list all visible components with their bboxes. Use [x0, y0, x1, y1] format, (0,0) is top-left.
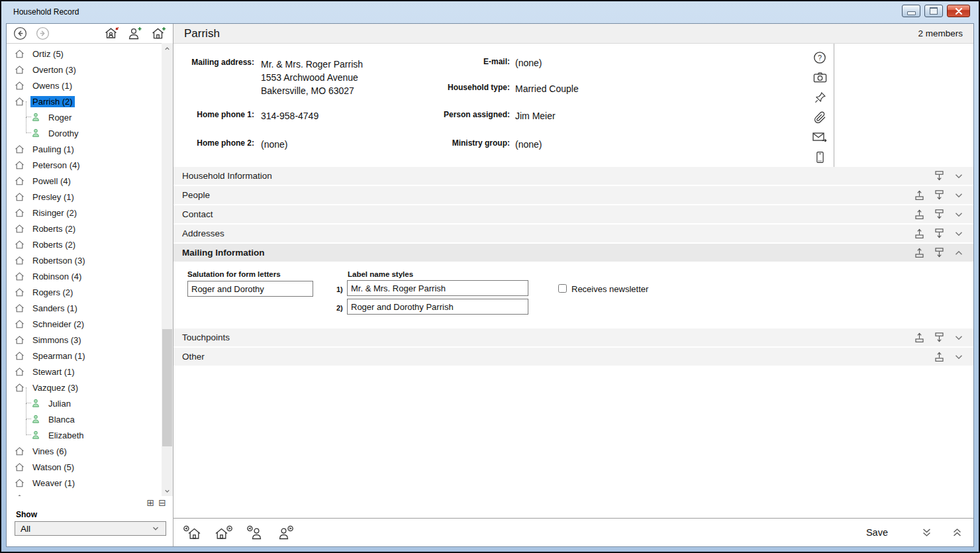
add-member-icon[interactable]	[103, 26, 119, 40]
house-icon	[14, 366, 25, 377]
section-other[interactable]: Other	[173, 348, 973, 366]
chevron-down-icon[interactable]	[953, 189, 965, 201]
move-down-icon[interactable]	[933, 189, 946, 201]
tree-item-household[interactable]: Parrish (2)	[7, 93, 173, 109]
sidebar-scrollbar[interactable]	[162, 43, 173, 496]
pushpin-icon[interactable]	[814, 87, 826, 107]
maximize-button[interactable]	[924, 5, 943, 17]
move-up-icon[interactable]	[913, 331, 926, 344]
label-style-1-input[interactable]	[347, 280, 528, 296]
expand-all-icon[interactable]: ⊞	[147, 497, 155, 509]
save-button[interactable]: Save	[866, 527, 888, 538]
section-people[interactable]: People	[173, 186, 973, 204]
send-email-icon[interactable]	[812, 127, 827, 147]
chevron-down-icon[interactable]	[953, 170, 965, 182]
tree-item-household[interactable]: Robertson (3)	[7, 252, 173, 268]
tree-item-household[interactable]: Sanders (1)	[7, 300, 173, 316]
tree-item-household[interactable]: Overton (3)	[7, 62, 173, 77]
tree-item-household[interactable]: Schneider (2)	[7, 316, 173, 332]
tree-item-household[interactable]: Vines (6)	[7, 443, 173, 459]
section-contact[interactable]: Contact	[173, 205, 973, 223]
house-icon	[14, 48, 25, 60]
tree-item-household[interactable]: Simmons (3)	[7, 332, 173, 348]
scrollbar-thumb[interactable]	[162, 329, 172, 446]
move-up-icon[interactable]	[913, 189, 926, 201]
tree-item-household[interactable]: Williams (3)	[7, 491, 173, 496]
tree-item-label: Roberts (2)	[30, 239, 77, 250]
camera-icon[interactable]	[813, 68, 827, 87]
section-mailing-information[interactable]: Mailing Information	[173, 244, 973, 262]
chevron-down-icon[interactable]	[953, 228, 965, 240]
tree-item-person[interactable]: Julian	[7, 395, 173, 411]
previous-person-icon[interactable]	[247, 525, 263, 540]
section-touchpoints[interactable]: Touchpoints	[173, 328, 973, 346]
scroll-up-icon[interactable]	[162, 43, 173, 54]
chevron-down-icon[interactable]	[953, 332, 965, 344]
move-up-icon[interactable]	[933, 350, 946, 363]
tree-item-label: Roger	[46, 112, 74, 123]
salutation-input[interactable]	[187, 281, 313, 297]
section-addresses[interactable]: Addresses	[173, 225, 973, 242]
tree-item-person[interactable]: Roger	[7, 109, 173, 125]
tree-item-label: Parrish (2)	[30, 96, 75, 107]
tree-item-person[interactable]: Blanca	[7, 411, 173, 427]
tree-item-household[interactable]: Spearman (1)	[7, 348, 173, 364]
tree-item-household[interactable]: Powell (4)	[7, 173, 173, 189]
chevron-down-icon[interactable]	[953, 209, 965, 221]
tree-item-household[interactable]: Weaver (1)	[7, 475, 173, 491]
move-down-icon[interactable]	[933, 246, 946, 259]
collapse-all-icon[interactable]: ⊟	[158, 497, 166, 509]
tree-item-household[interactable]: Ortiz (5)	[7, 46, 173, 62]
move-down-icon[interactable]	[933, 208, 946, 221]
sidebar: Ortiz (5)Overton (3)Owens (1)Parrish (2)…	[7, 24, 173, 546]
move-up-icon[interactable]	[913, 208, 926, 221]
next-person-icon[interactable]	[277, 525, 293, 540]
chevron-down-icon[interactable]	[953, 351, 965, 363]
move-down-icon[interactable]	[933, 170, 946, 182]
tree-item-household[interactable]: Risinger (2)	[7, 205, 173, 221]
section-label: Mailing Information	[182, 248, 265, 258]
section-household-information[interactable]: Household Information	[173, 167, 973, 185]
tree-item-person[interactable]: Elizabeth	[7, 427, 173, 443]
tree-item-household[interactable]: Robinson (4)	[7, 268, 173, 284]
tree-item-household[interactable]: Stewart (1)	[7, 364, 173, 379]
tree-item-household[interactable]: Presley (1)	[7, 189, 173, 205]
show-filter-dropdown[interactable]: All	[15, 521, 166, 536]
tree-item-household[interactable]: Roberts (2)	[7, 236, 173, 252]
collapse-all-sections-icon[interactable]	[951, 527, 963, 538]
tree-item-household[interactable]: Peterson (4)	[7, 157, 173, 173]
receives-newsletter-checkbox[interactable]	[558, 284, 567, 293]
tree-item-household[interactable]: Watson (5)	[7, 459, 173, 475]
forward-icon[interactable]	[36, 26, 50, 40]
section-label: Household Information	[182, 171, 272, 181]
label-style-2-input[interactable]	[347, 299, 528, 315]
expand-all-sections-icon[interactable]	[920, 527, 933, 538]
paperclip-icon[interactable]	[814, 107, 826, 127]
previous-household-icon[interactable]	[183, 525, 201, 540]
tree-item-label: Blanca	[46, 414, 77, 425]
move-down-icon[interactable]	[933, 227, 946, 240]
tree-item-person[interactable]: Dorothy	[7, 125, 173, 141]
house-icon	[14, 207, 25, 219]
add-person-icon[interactable]	[128, 26, 142, 40]
close-button[interactable]	[947, 5, 970, 17]
house-icon	[14, 334, 25, 346]
tree-item-household[interactable]: Roberts (2)	[7, 221, 173, 236]
chevron-up-icon[interactable]	[953, 247, 965, 259]
move-down-icon[interactable]	[933, 331, 946, 344]
tree-item-household[interactable]: Vazquez (3)	[7, 379, 173, 395]
scroll-down-icon[interactable]	[162, 485, 173, 496]
tree-item-household[interactable]: Pauling (1)	[7, 141, 173, 157]
tree-item-household[interactable]: Rogers (2)	[7, 284, 173, 300]
tree-item-household[interactable]: Owens (1)	[7, 77, 173, 93]
help-icon[interactable]: ?	[813, 48, 826, 68]
mobile-phone-icon[interactable]	[816, 147, 824, 167]
move-up-icon[interactable]	[913, 227, 926, 240]
add-household-icon[interactable]	[151, 26, 166, 40]
house-icon	[14, 446, 25, 457]
move-up-icon[interactable]	[913, 246, 926, 259]
minimize-button[interactable]	[902, 5, 920, 17]
back-icon[interactable]	[13, 26, 27, 40]
tree-item-label: Spearman (1)	[30, 350, 87, 362]
next-household-icon[interactable]	[215, 525, 232, 540]
